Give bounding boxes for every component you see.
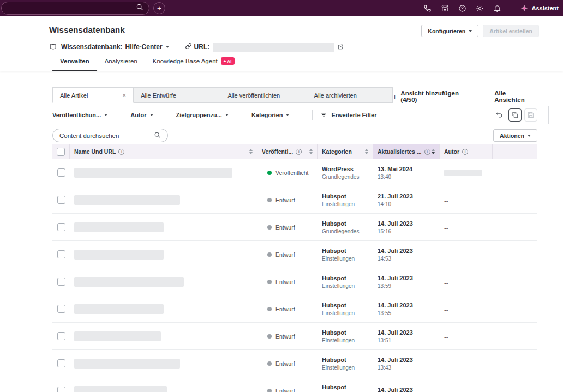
status-label: Entwurf: [275, 306, 295, 312]
column-header-autor[interactable]: Autori: [440, 144, 493, 159]
column-header-name[interactable]: Name Und URLi: [70, 144, 257, 159]
updated-time: 13:43: [378, 365, 435, 371]
undo-button[interactable]: [493, 108, 506, 122]
save-view-button[interactable]: [524, 108, 537, 122]
view-tab-alle-entwuerfe[interactable]: Alle Entwürfe: [134, 87, 220, 103]
subcategory-name: Einstellungen: [322, 365, 369, 371]
close-icon[interactable]: ×: [122, 92, 126, 99]
status-dot: [267, 225, 272, 230]
status-label: Entwurf: [275, 279, 295, 285]
all-views-link[interactable]: Alle Ansichten: [494, 90, 537, 103]
chevron-down-icon: [104, 114, 107, 116]
search-icon: [136, 3, 143, 13]
row-checkbox[interactable]: [57, 332, 65, 340]
tab-analysieren[interactable]: Analysieren: [97, 57, 145, 71]
row-checkbox[interactable]: [57, 387, 65, 392]
article-name-redacted[interactable]: [74, 250, 164, 260]
column-header-kategorien[interactable]: Kategorien: [318, 144, 373, 159]
filter-bar: Veröffentlichun... Autor Zielgruppenzu..…: [52, 107, 537, 123]
article-name-redacted[interactable]: [74, 386, 167, 392]
updated-time: 13:59: [378, 283, 435, 289]
sort-icon[interactable]: [249, 149, 253, 154]
article-name-redacted[interactable]: [74, 331, 161, 341]
status-label: Entwurf: [275, 388, 295, 392]
configure-button[interactable]: Konfigurieren: [421, 25, 478, 37]
article-name-redacted[interactable]: [74, 277, 184, 287]
sort-icon[interactable]: [309, 149, 313, 154]
filter-zielgruppen-dropdown[interactable]: Zielgruppenzu...: [176, 112, 229, 118]
kb-selector-label: Wissensdatenbank:: [61, 43, 123, 51]
view-tab-alle-artikel[interactable]: Alle Artikel ×: [52, 87, 134, 103]
table-row: Entwurf Hubspot Einstellungen 21. Juli 2…: [52, 186, 537, 214]
view-tab-alle-veroeffentlichten[interactable]: Alle veröffentlichten: [220, 87, 307, 103]
row-checkbox[interactable]: [57, 278, 65, 286]
article-name-redacted[interactable]: [74, 359, 180, 369]
info-icon: i: [462, 149, 468, 155]
row-checkbox[interactable]: [57, 196, 65, 204]
select-all-checkbox[interactable]: [57, 148, 65, 156]
category-name: Hubspot: [322, 329, 369, 336]
kb-selector-dropdown[interactable]: Wissensdatenbank: Hilfe-Center: [61, 43, 169, 51]
status-label: Entwurf: [275, 360, 295, 367]
create-article-button[interactable]: Artikel erstellen: [483, 25, 539, 37]
help-icon[interactable]: [458, 4, 466, 13]
phone-icon[interactable]: [423, 4, 432, 13]
global-search-bar[interactable]: [1, 2, 149, 15]
content-search-input[interactable]: [59, 132, 154, 139]
content-search-field[interactable]: [52, 129, 168, 142]
status-label: Entwurf: [275, 251, 295, 258]
notifications-icon[interactable]: [493, 4, 501, 13]
column-header-aktualisiertes[interactable]: Aktualisiertes ...i: [373, 144, 440, 159]
author-redacted: [444, 170, 482, 176]
assistant-button[interactable]: Assistent: [520, 4, 560, 12]
search-icon: [154, 131, 161, 141]
article-name-redacted[interactable]: [74, 168, 232, 178]
row-checkbox[interactable]: [57, 359, 65, 367]
actions-button[interactable]: Aktionen: [493, 129, 537, 142]
tab-verwalten[interactable]: Verwalten: [52, 57, 97, 71]
updated-date: 14. Juli 2023: [378, 357, 435, 363]
status-label: Entwurf: [275, 197, 295, 203]
filter-veroeffentlichung-dropdown[interactable]: Veröffentlichun...: [52, 112, 107, 118]
row-checkbox[interactable]: [57, 223, 65, 231]
updated-date: 14. Juli 2023: [378, 275, 435, 281]
category-name: Hubspot: [322, 357, 369, 363]
row-checkbox[interactable]: [57, 305, 65, 313]
filter-kategorien-dropdown[interactable]: Kategorien: [251, 112, 289, 118]
settings-icon[interactable]: [476, 4, 484, 13]
status-dot: [267, 252, 272, 257]
advanced-filters-button[interactable]: Erweiterte Filter: [320, 111, 376, 119]
column-header-veroeffentlicht[interactable]: Veröffentl...i: [257, 144, 318, 159]
table-row: Entwurf Hubspot Grundlegendes 14. Juli 2…: [52, 214, 537, 241]
marketplace-icon[interactable]: [441, 4, 449, 13]
article-name-redacted[interactable]: [74, 222, 164, 232]
article-name-redacted[interactable]: [74, 304, 164, 314]
chevron-down-icon: [469, 30, 472, 32]
updated-date: 21. Juli 2023: [378, 193, 435, 200]
status-dot: [267, 171, 272, 175]
article-name-redacted[interactable]: [74, 195, 180, 205]
table-row: Veröffentlicht WordPress Grundlegendes 1…: [52, 159, 537, 186]
url-label: URL:: [194, 43, 210, 51]
plus-icon: +: [393, 93, 397, 101]
duplicate-button[interactable]: [508, 108, 522, 122]
subcategory-name: Einstellungen: [322, 201, 369, 207]
tab-knowledge-base-agent[interactable]: Knowledge Base Agent + AI: [145, 57, 242, 71]
row-checkbox[interactable]: [57, 250, 65, 258]
author-value: --: [444, 252, 448, 258]
status-dot: [267, 198, 272, 202]
add-view-button[interactable]: + Ansicht hinzufügen (4/50): [393, 90, 476, 103]
row-checkbox[interactable]: [57, 168, 65, 177]
sort-icon[interactable]: [432, 149, 435, 154]
filter-autor-dropdown[interactable]: Autor: [130, 112, 153, 118]
link-icon: [185, 43, 192, 51]
view-tab-alle-archivierten[interactable]: Alle archivierten: [307, 87, 393, 103]
primary-nav-tabs: Verwalten Analysieren Knowledge Base Age…: [52, 57, 242, 71]
updated-time: 14:10: [378, 201, 435, 207]
create-new-button[interactable]: +: [153, 2, 165, 14]
external-link-icon[interactable]: [337, 44, 344, 50]
info-icon: i: [424, 149, 430, 155]
sort-icon[interactable]: [365, 149, 368, 154]
status-label: Veröffentlicht: [275, 170, 309, 176]
subcategory-name: Einstellungen: [322, 337, 369, 343]
